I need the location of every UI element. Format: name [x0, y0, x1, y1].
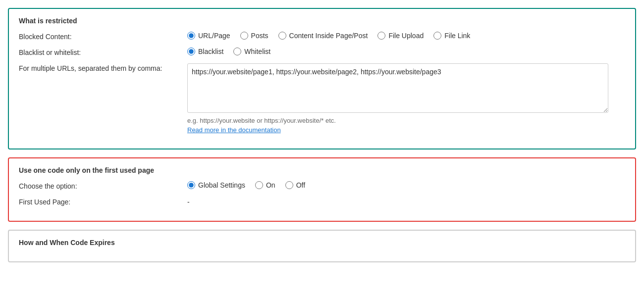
choose-option-row: Choose the option: Global Settings On Of…: [19, 181, 625, 190]
blacklist-whitelist-label: Blacklist or whitelist:: [19, 48, 187, 56]
radio-blacklist-label: Blacklist: [198, 48, 223, 55]
first-used-page-title: Use one code only on the first used page: [19, 166, 625, 174]
urls-control: e.g. https://your.website or https://you…: [187, 63, 625, 134]
radio-blacklist-input[interactable]: [187, 48, 195, 55]
first-used-page-label: First Used Page:: [19, 197, 187, 206]
first-used-page-row: First Used Page: -: [19, 197, 625, 206]
blocked-content-options: URL/Page Posts Content Inside Page/Post …: [187, 32, 625, 40]
radio-content-inside-input[interactable]: [278, 32, 286, 40]
radio-on-input[interactable]: [255, 181, 263, 189]
first-used-page-section: Use one code only on the first used page…: [8, 157, 636, 222]
radio-whitelist-input[interactable]: [233, 48, 241, 55]
radio-off-label: Off: [296, 181, 305, 189]
radio-file-upload[interactable]: File Upload: [377, 32, 424, 40]
radio-posts[interactable]: Posts: [240, 32, 268, 40]
radio-file-upload-input[interactable]: [377, 32, 385, 40]
how-when-expires-title: How and When Code Expires: [19, 239, 625, 247]
radio-file-link[interactable]: File Link: [433, 32, 470, 40]
url-hint: e.g. https://your.website or https://you…: [187, 117, 336, 124]
choose-option-options: Global Settings On Off: [187, 181, 625, 189]
radio-off-input[interactable]: [285, 181, 293, 189]
radio-posts-label: Posts: [251, 32, 268, 40]
first-used-page-value: -: [187, 197, 190, 206]
radio-on[interactable]: On: [255, 181, 275, 189]
radio-on-label: On: [266, 181, 275, 189]
what-is-restricted-title: What is restricted: [19, 17, 625, 25]
blocked-content-label: Blocked Content:: [19, 32, 187, 41]
radio-file-upload-label: File Upload: [388, 32, 424, 40]
radio-whitelist[interactable]: Whitelist: [233, 48, 270, 55]
what-is-restricted-section: What is restricted Blocked Content: URL/…: [8, 8, 636, 149]
urls-textarea[interactable]: [187, 63, 608, 113]
radio-content-inside[interactable]: Content Inside Page/Post: [278, 32, 368, 40]
radio-global-settings-label: Global Settings: [198, 181, 245, 189]
radio-content-inside-label: Content Inside Page/Post: [289, 32, 368, 40]
textarea-wrapper: [187, 63, 608, 113]
blocked-content-row: Blocked Content: URL/Page Posts Content …: [19, 32, 625, 41]
radio-blacklist[interactable]: Blacklist: [187, 48, 223, 55]
first-used-page-value-wrapper: -: [187, 197, 625, 206]
radio-file-link-label: File Link: [444, 32, 470, 40]
radio-global-settings-input[interactable]: [187, 181, 195, 189]
radio-off[interactable]: Off: [285, 181, 305, 189]
blacklist-whitelist-options: Blacklist Whitelist: [187, 48, 625, 55]
radio-url-page-label: URL/Page: [198, 32, 230, 40]
blacklist-whitelist-row: Blacklist or whitelist: Blacklist Whitel…: [19, 48, 625, 56]
choose-option-label: Choose the option:: [19, 181, 187, 190]
documentation-link[interactable]: Read more in the documentation: [187, 126, 281, 134]
radio-url-page[interactable]: URL/Page: [187, 32, 230, 40]
radio-url-page-input[interactable]: [187, 32, 195, 40]
how-when-expires-section: How and When Code Expires: [8, 230, 636, 262]
radio-posts-input[interactable]: [240, 32, 248, 40]
urls-label: For multiple URLs, separated them by com…: [19, 63, 187, 72]
radio-global-settings[interactable]: Global Settings: [187, 181, 245, 189]
urls-row: For multiple URLs, separated them by com…: [19, 63, 625, 134]
radio-file-link-input[interactable]: [433, 32, 441, 40]
radio-whitelist-label: Whitelist: [244, 48, 270, 55]
